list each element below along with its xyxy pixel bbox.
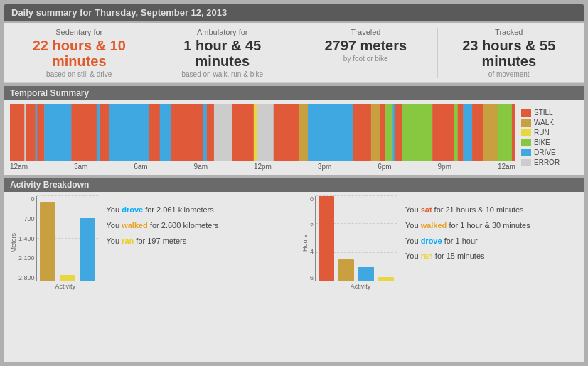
- breakdown-panel-2: Hours 6420 Activity: [301, 196, 578, 357]
- stat-sedentary-sublabel: based on still & drive: [11, 70, 147, 78]
- legend-label: RUN: [534, 129, 550, 136]
- timeline-bar: [299, 104, 308, 161]
- time-label: 12am: [10, 163, 28, 171]
- header-bar: Daily summary for Thursday, September 12…: [4, 4, 584, 21]
- bars-row-2: [315, 196, 397, 281]
- legend-color-box: [521, 119, 531, 127]
- stat-traveled: Traveled 2797 meters by foot or bike: [298, 28, 434, 78]
- timeline-bar: [257, 104, 274, 161]
- stat-traveled-value: 2797 meters: [298, 38, 434, 53]
- breakdown-content: Meters 2,8002,1001,4007000: [4, 192, 584, 362]
- stat-tracked-sublabel: of movement: [442, 70, 577, 78]
- timeline-bar: [44, 104, 72, 161]
- timeline-bar: [432, 104, 454, 161]
- y-ticks-1: 2,8002,1001,4007000: [18, 196, 35, 281]
- timeline-bar: [371, 104, 380, 161]
- legend-item: RUN: [521, 129, 578, 136]
- timeline-bar: [97, 104, 101, 161]
- legend-color-box: [521, 109, 531, 117]
- bar: [40, 202, 55, 281]
- legend-item: BIKE: [521, 139, 578, 146]
- y-tick: 2: [310, 222, 314, 229]
- y-tick: 2,100: [18, 255, 35, 262]
- highlight-word: walked: [421, 221, 447, 230]
- breakdown-text-line: You drove for 2.061 kilometers: [107, 203, 287, 217]
- timeline-bar: [483, 104, 498, 161]
- timeline-bar: [254, 104, 258, 161]
- timeline-bar: [308, 104, 353, 161]
- temporal-content: 12am3am6am9am12pm3pm6pm9pm12am STILLWALK…: [4, 100, 584, 175]
- breakdown-text-line: You ran for 197 meters: [107, 235, 287, 249]
- time-label: 6am: [134, 163, 147, 171]
- highlight-word: walked: [122, 221, 148, 230]
- y-axis-label-1: Meters: [10, 233, 17, 253]
- y-tick: 0: [18, 196, 35, 203]
- x-label-1: Activity: [33, 283, 98, 290]
- time-label: 3pm: [318, 163, 331, 171]
- time-labels: 12am3am6am9am12pm3pm6pm9pm12am: [10, 163, 515, 171]
- temporal-title: Temporal Summary: [4, 86, 584, 100]
- bar: [319, 196, 334, 281]
- timeline-bar: [498, 104, 513, 161]
- timeline-bar: [100, 104, 109, 161]
- gridline: [37, 195, 98, 196]
- timeline-bar: [171, 104, 203, 161]
- timeline-bar: [463, 104, 472, 161]
- timeline-bar: [109, 104, 149, 161]
- legend-color-box: [521, 149, 531, 156]
- stat-tracked-value: 23 hours & 55 minutes: [442, 38, 577, 69]
- stat-divider-2: [294, 28, 294, 78]
- y-tick: 0: [310, 196, 314, 203]
- timeline-bar: [203, 104, 208, 161]
- legend: STILLWALKRUNBIKEDRIVEERROR: [521, 109, 578, 166]
- stats-row: Sedentary for 22 hours & 10 minutes base…: [4, 23, 584, 83]
- legend-color-box: [521, 129, 531, 136]
- y-tick: 6: [310, 275, 314, 281]
- timeline-bar: [232, 104, 254, 161]
- time-label: 9am: [194, 163, 208, 171]
- stat-ambulatory-value: 1 hour & 45 minutes: [155, 38, 291, 69]
- stat-ambulatory-label: Ambulatory for: [155, 28, 291, 36]
- legend-item: DRIVE: [521, 149, 578, 156]
- bar-chart-2: Hours 6420 Activity: [301, 196, 397, 290]
- timeline-bar: [472, 104, 483, 161]
- legend-color-box: [521, 139, 531, 146]
- bar: [338, 259, 354, 281]
- timeline-bar: [395, 104, 402, 161]
- bar: [60, 275, 75, 281]
- time-label: 6pm: [378, 163, 391, 171]
- stat-divider-3: [437, 28, 438, 78]
- timeline-bar: [458, 104, 464, 161]
- bar: [378, 277, 394, 281]
- stat-tracked-label: Tracked: [442, 28, 577, 36]
- breakdown-text-line: You walked for 2.600 kilometers: [107, 219, 287, 233]
- highlight-word: drove: [122, 205, 143, 214]
- time-label: 9pm: [438, 163, 451, 171]
- breakdown-text-2: You sat for 21 hours & 10 minutesYou wal…: [405, 196, 578, 265]
- y-axis-label-2: Hours: [301, 235, 309, 252]
- timeline-bar: [71, 104, 97, 161]
- legend-item: WALK: [521, 119, 578, 127]
- breakdown-text-line: You walked for 1 hour & 30 minutes: [405, 219, 578, 233]
- y-tick: 2,800: [18, 275, 35, 281]
- legend-label: WALK: [534, 119, 554, 127]
- breakdown-panel-1: Meters 2,8002,1001,4007000: [10, 196, 294, 357]
- temporal-chart-area: 12am3am6am9am12pm3pm6pm9pm12am: [10, 104, 515, 171]
- stat-sedentary-label: Sedentary for: [11, 28, 147, 36]
- timeline-bar: [207, 104, 215, 161]
- stat-ambulatory-sublabel: based on walk, run & bike: [155, 70, 291, 78]
- y-tick: 1,400: [18, 236, 35, 242]
- breakdown-text-line: You ran for 15 minutes: [405, 249, 578, 264]
- timeline-bar: [380, 104, 386, 161]
- timeline-bar: [385, 104, 393, 161]
- y-tick: 700: [18, 216, 35, 222]
- bar: [358, 267, 374, 281]
- highlight-word: drove: [421, 237, 442, 245]
- stat-ambulatory: Ambulatory for 1 hour & 45 minutes based…: [155, 28, 291, 78]
- timeline-bar: [149, 104, 161, 161]
- timeline-bar: [512, 104, 515, 161]
- stat-sedentary: Sedentary for 22 hours & 10 minutes base…: [11, 28, 147, 78]
- timeline-bar: [402, 104, 433, 161]
- time-label: 3am: [74, 163, 87, 171]
- legend-item: STILL: [521, 109, 578, 117]
